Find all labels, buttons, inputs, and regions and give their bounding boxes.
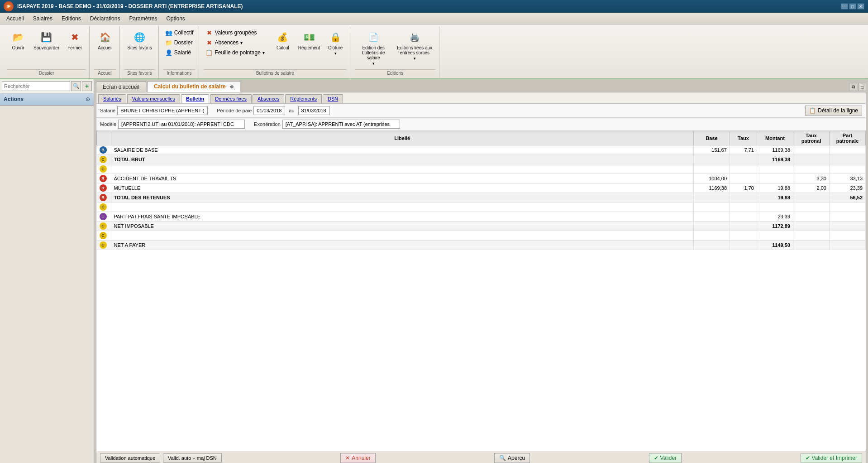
- au-label: au: [289, 108, 294, 113]
- table-row[interactable]: R TOTAL DES RETENUES 19,88 56,52: [97, 193, 866, 203]
- menu-parametres[interactable]: Paramètres: [124, 14, 162, 23]
- actions-collapse-icon: ⊙: [86, 96, 90, 102]
- sub-tab-bulletin[interactable]: Bulletin: [181, 94, 209, 103]
- valider-button[interactable]: ✔ Valider: [649, 453, 682, 463]
- row-taux: [730, 231, 757, 241]
- row-taux: [730, 193, 757, 203]
- menu-accueil[interactable]: Accueil: [2, 14, 29, 23]
- row-part-patronale: [830, 241, 866, 250]
- row-part-patronale: [830, 145, 866, 155]
- btn-absences[interactable]: ✖ Absences ▾: [204, 38, 266, 47]
- absences-icon: ✖: [205, 39, 213, 46]
- btn-cloture[interactable]: 🔒 Clôture ▾: [324, 28, 346, 58]
- row-montant: 23,39: [757, 212, 793, 222]
- table-row[interactable]: C: [97, 164, 866, 174]
- table-row[interactable]: C NET A PAYER 1149,50: [97, 241, 866, 250]
- search-input[interactable]: [2, 81, 70, 91]
- sub-tab-donnees[interactable]: Données fixes: [210, 94, 252, 103]
- row-libelle: PART PAT.FRAIS SANTE IMPOSABLE: [111, 212, 694, 222]
- btn-sites-favoris[interactable]: 🌐 Sites favoris: [124, 28, 154, 52]
- apercu-button[interactable]: 🔍 Aperçu: [494, 453, 530, 463]
- btn-collectif[interactable]: 👥 Collectif: [163, 28, 196, 37]
- periode-label: Période de paie: [217, 108, 252, 113]
- row-taux: [730, 155, 757, 164]
- tab-bulletin[interactable]: Calcul du bulletin de salaire ⊗: [147, 81, 240, 92]
- menu-declarations[interactable]: Déclarations: [86, 14, 125, 23]
- btn-accueil[interactable]: 🏠 Accueil: [94, 28, 116, 52]
- valider-imprimer-button[interactable]: ✔ Valider et Imprimer: [801, 453, 862, 463]
- row-part-patronale: [830, 203, 866, 212]
- table-row[interactable]: B SALAIRE DE BASE 151,67 7,71 1169,38: [97, 145, 866, 155]
- search-button[interactable]: 🔍: [71, 81, 81, 91]
- row-part-patronale: [830, 164, 866, 174]
- row-taux: [730, 222, 757, 231]
- main-area: 🔍 + Actions ⊙ Ecran d'accueil Calcul du …: [0, 79, 868, 463]
- col-base-header: Base: [694, 131, 730, 145]
- menu-editions[interactable]: Editions: [57, 14, 86, 23]
- row-part-patronale: 33,13: [830, 174, 866, 183]
- tab-restore-button[interactable]: ⧉: [849, 83, 857, 91]
- table-row[interactable]: C TOTAL BRUT 1169,38: [97, 155, 866, 164]
- ribbon: 📂 Ouvrir 💾 Sauvegarder ✖ Fermer Dossier …: [0, 24, 868, 79]
- title-text: IP ISAPAYE 2019 - BASE DEMO - 31/03/2019…: [4, 1, 243, 11]
- sub-tab-dsn[interactable]: DSN: [323, 94, 343, 103]
- app-logo: IP: [4, 1, 14, 11]
- maximize-button[interactable]: □: [849, 3, 856, 10]
- tab-right-controls: ⧉ □: [849, 83, 866, 92]
- btn-reglement[interactable]: 💵 Règlement: [296, 28, 323, 52]
- btn-feuille-pointage[interactable]: 📋 Feuille de pointage ▾: [204, 48, 266, 57]
- window-controls[interactable]: — □ ✕: [841, 3, 864, 10]
- table-row[interactable]: C: [97, 231, 866, 241]
- row-base: [694, 193, 730, 203]
- tab-accueil[interactable]: Ecran d'accueil: [96, 82, 146, 92]
- table-row[interactable]: C NET IMPOSABLE 1172,89: [97, 222, 866, 231]
- btn-edition-bulletins[interactable]: 📄 Edition des bulletins de salaire ▾: [355, 28, 392, 68]
- table-row[interactable]: R ACCIDENT DE TRAVAIL TS 1004,00 3,30 33…: [97, 174, 866, 183]
- menu-options[interactable]: Options: [162, 14, 189, 23]
- btn-salarie[interactable]: 👤 Salarié: [163, 48, 196, 57]
- menu-bar: Accueil Salaires Editions Déclarations P…: [0, 13, 868, 24]
- btn-ouvrir[interactable]: 📂 Ouvrir: [7, 28, 29, 52]
- table-row[interactable]: R MUTUELLE 1169,38 1,70 19,88 2,00 23,39: [97, 183, 866, 193]
- sub-tab-salaries[interactable]: Salariés: [98, 94, 126, 103]
- row-montant: 1169,38: [757, 145, 793, 155]
- row-libelle: MUTUELLE: [111, 183, 694, 193]
- ribbon-group-label-bulletins: Bulletins de salaire: [204, 69, 346, 77]
- minimize-button[interactable]: —: [841, 3, 848, 10]
- btn-calcul[interactable]: 💰 Calcul: [272, 28, 294, 52]
- ribbon-group-bulletins: ✖ Valeurs groupées ✖ Absences ▾ 📋 Feuill…: [200, 26, 350, 78]
- sub-tab-reglements[interactable]: Règlements: [285, 94, 322, 103]
- actions-header[interactable]: Actions ⊙: [0, 93, 94, 106]
- btn-fermer[interactable]: ✖ Fermer: [64, 28, 86, 52]
- valid-auto-dsn-button[interactable]: Valid. auto + maj DSN: [163, 453, 222, 463]
- close-button[interactable]: ✕: [857, 3, 864, 10]
- valider-icon: ✔: [654, 455, 658, 461]
- tab-maximize-button[interactable]: □: [858, 83, 866, 91]
- sub-tab-absences[interactable]: Absences: [253, 94, 284, 103]
- row-part-patronale: 56,52: [830, 193, 866, 203]
- row-montant: 1172,89: [757, 222, 793, 231]
- btn-editions-liees[interactable]: 🖨️ Editions liées aux entrées sorties ▾: [394, 28, 435, 63]
- btn-valeurs-groupees[interactable]: ✖ Valeurs groupées: [204, 28, 266, 37]
- row-taux-patronal: 2,00: [793, 183, 830, 193]
- row-icon-cell: C: [97, 231, 111, 241]
- exoneration-field: Exonération [AT_APP.ISA]: APPRENTI avec …: [254, 120, 400, 129]
- annuler-button[interactable]: ✕ Annuler: [340, 453, 375, 463]
- reglement-icon: 💵: [302, 30, 316, 44]
- btn-sauvegarder[interactable]: 💾 Sauvegarder: [31, 28, 62, 52]
- table-row[interactable]: I PART PAT.FRAIS SANTE IMPOSABLE 23,39: [97, 212, 866, 222]
- menu-salaires[interactable]: Salaires: [29, 14, 57, 23]
- row-taux: [730, 203, 757, 212]
- modele-label: Modèle: [100, 121, 116, 127]
- detail-ligne-button[interactable]: 📋 Détail de la ligne: [805, 106, 862, 116]
- btn-dossier[interactable]: 📁 Dossier: [163, 38, 196, 47]
- validation-auto-button[interactable]: Validation automatique: [100, 453, 160, 463]
- ribbon-group-editions: 📄 Edition des bulletins de salaire ▾ 🖨️ …: [351, 26, 439, 78]
- tab-close-icon[interactable]: ⊗: [230, 84, 234, 89]
- folder-icon: 📂: [11, 30, 25, 44]
- sub-tab-valeurs[interactable]: Valeurs mensuelles: [127, 94, 180, 103]
- table-row[interactable]: C: [97, 203, 866, 212]
- modele-field: Modèle [APPRENTI2.UTI au 01/01/2018]: AP…: [100, 120, 245, 129]
- add-button[interactable]: +: [82, 81, 92, 91]
- row-part-patronale: [830, 212, 866, 222]
